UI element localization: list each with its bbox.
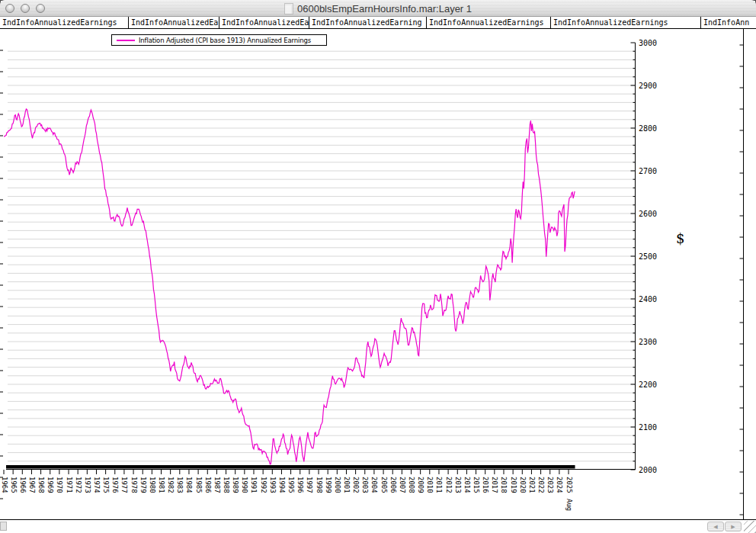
x-tick-label: 1984 (185, 477, 193, 493)
x-tick-label: 1993 (269, 477, 277, 493)
y-tick-label: 2200 (639, 380, 657, 389)
chart-legend: Inflation Adjusted (CPI base 1913) Annua… (111, 34, 327, 46)
scroll-right-button[interactable]: ▶ (725, 522, 742, 531)
y-tick-label: 2900 (639, 82, 657, 90)
x-axis-bar (6, 465, 575, 469)
y-tick-label: 2400 (639, 295, 657, 303)
scrollbar-placard (0, 522, 7, 531)
layer-tab-1[interactable]: IndInfoAnnualizedEarnings (0, 17, 129, 28)
y-tick-label: 2300 (639, 338, 657, 346)
x-tick-label: 2024 (556, 477, 563, 493)
y-tick-label: 3000 (639, 39, 657, 47)
x-tick-label: 1978 (130, 477, 138, 493)
layer-tab-7[interactable]: IndInfoAnn (701, 17, 756, 28)
x-tick-label: 2001 (343, 477, 351, 493)
x-tick-label: 2002 (352, 477, 360, 493)
x-tick-label: 1992 (260, 477, 267, 493)
x-tick-label: 1968 (37, 477, 45, 493)
x-tick-label: 1974 (93, 477, 101, 493)
x-tick-label: 1975 (102, 477, 110, 493)
x-tick-label: 2007 (399, 477, 406, 493)
x-tick-label: 1996 (296, 477, 304, 493)
layer-tab-bar: IndInfoAnnualizedEarningsIndInfoAnnualiz… (0, 17, 756, 29)
x-tick-label: 1966 (19, 477, 27, 493)
x-tick-label: 1997 (306, 477, 313, 493)
x-tick-label: 2020 (519, 477, 527, 493)
y-axis-unit-label: $ (676, 230, 684, 246)
x-tick-label: 2003 (361, 477, 369, 493)
x-tick-label: 2004 (370, 477, 378, 493)
scroll-left-button[interactable]: ◀ (707, 522, 724, 531)
x-tick-label: 2006 (389, 477, 397, 493)
x-tick-label: 1972 (75, 477, 82, 493)
layer-tab-5[interactable]: IndInfoAnnualizedEarnings (427, 17, 551, 28)
x-tick-label: 1967 (28, 477, 36, 493)
x-tick-label: 1981 (158, 477, 165, 493)
x-tick-label: 1979 (139, 477, 147, 493)
x-tick-label: 1976 (111, 477, 119, 493)
layer-tab-2[interactable]: IndInfoAnnualizedEa (129, 17, 219, 28)
x-tick-label: 1986 (204, 477, 212, 493)
x-tick-label: 1982 (167, 477, 175, 493)
window-title: 0600blsEmpEarnHoursInfo.mar:Layer 1 (297, 3, 472, 14)
x-end-month-label: Aug (565, 499, 573, 511)
x-tick-label: 1998 (316, 477, 323, 493)
x-tick-label: 1971 (66, 477, 73, 493)
x-tick-label: 2012 (445, 477, 453, 493)
y-tick-label: 2500 (639, 252, 657, 261)
legend-label: Inflation Adjusted (CPI base 1913) Annua… (139, 37, 311, 44)
legend-line-sample (117, 40, 135, 41)
x-tick-label: 1995 (287, 477, 295, 493)
y-tick-label: 2700 (639, 167, 657, 175)
layer-tab-3[interactable]: IndInfoAnnualizedEa (219, 17, 309, 28)
x-tick-label: 1988 (223, 477, 230, 493)
x-tick-label: 2014 (463, 477, 471, 493)
title-bar[interactable]: 0600blsEmpEarnHoursInfo.mar:Layer 1 (0, 0, 756, 17)
x-tick-label: 2009 (417, 477, 424, 493)
x-tick-label: 1991 (250, 477, 258, 493)
x-tick-label: 1964 (1, 477, 8, 493)
x-tick-label: 2015 (472, 477, 480, 493)
layer-tab-4[interactable]: IndInfoAnnualizedEarning (309, 17, 427, 28)
x-tick-label: 2010 (426, 477, 434, 493)
x-tick-label: 2011 (435, 477, 443, 493)
y-tick-label: 2800 (639, 124, 657, 133)
x-tick-label: 2000 (334, 477, 341, 493)
chart-canvas[interactable]: 3000290028002700260025002400230022002100… (0, 29, 756, 520)
x-tick-label: 2019 (510, 477, 517, 493)
x-tick-label: 1985 (195, 477, 203, 493)
x-tick-label: 1983 (176, 477, 184, 493)
y-tick-label: 2100 (639, 423, 657, 432)
app-window: 0600blsEmpEarnHoursInfo.mar:Layer 1 IndI… (0, 0, 756, 533)
x-tick-label: 1970 (56, 477, 63, 493)
x-tick-label: 2008 (408, 477, 415, 493)
x-tick-label: 1989 (232, 477, 239, 493)
y-tick-label: 2600 (639, 210, 657, 218)
x-tick-label: 1977 (120, 477, 128, 493)
x-tick-label: 2023 (546, 477, 554, 493)
chart-plot: 3000290028002700260025002400230022002100… (0, 29, 756, 520)
x-tick-label: 1987 (213, 477, 221, 493)
x-tick-label: 1994 (278, 477, 286, 493)
x-tick-label: 2021 (528, 477, 536, 493)
y-tick-label: 2000 (639, 466, 657, 474)
layer-tab-6[interactable]: IndInfoAnnualizedEarnings (551, 17, 701, 28)
x-tick-label: 1969 (46, 477, 54, 493)
x-tick-label: 1980 (149, 477, 156, 493)
x-tick-label: 2005 (380, 477, 388, 493)
x-tick-label: 2016 (482, 477, 489, 493)
x-tick-label: 1973 (84, 477, 91, 493)
x-tick-label: 1990 (241, 477, 248, 493)
document-proxy-icon[interactable] (284, 3, 293, 14)
window-resize-grip[interactable] (744, 521, 756, 533)
x-tick-label: 1999 (325, 477, 332, 493)
x-tick-label: 2025 (565, 477, 573, 493)
x-tick-label: 2017 (491, 477, 498, 493)
horizontal-scrollbar: ◀ ▶ (0, 520, 756, 533)
x-tick-label: 2022 (537, 477, 545, 493)
x-tick-label: 2013 (454, 477, 462, 493)
x-tick-label: 1965 (10, 477, 18, 493)
x-tick-label: 2018 (500, 477, 508, 493)
